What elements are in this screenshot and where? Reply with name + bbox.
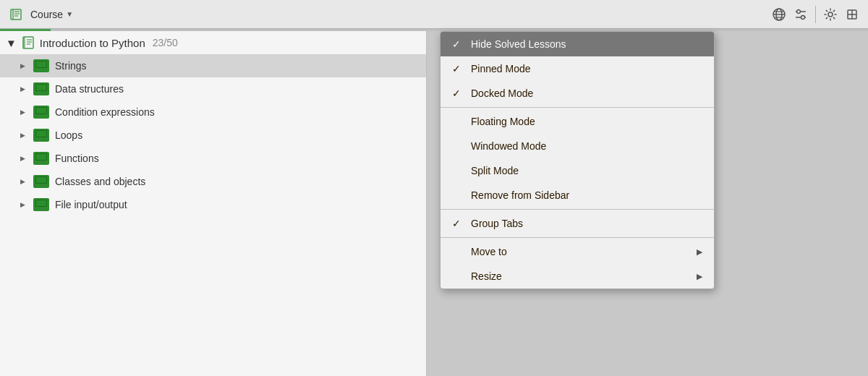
lesson-icon — [33, 82, 49, 95]
lesson-list: ▶ Strings▶ Data structures▶ Condition ex… — [0, 54, 426, 216]
svg-line-30 — [37, 92, 39, 94]
menu-item-split-mode[interactable]: ✓Split Mode — [441, 158, 714, 183]
main-area: ▼ Introduction to Python 23/50 ▶ Strings… — [0, 31, 868, 376]
lesson-icon — [33, 59, 49, 72]
expand-chevron: ▼ — [6, 37, 17, 49]
lesson-icon — [33, 129, 49, 142]
menu-item-label: Docked Mode — [471, 87, 533, 99]
lesson-expand-chevron: ▶ — [20, 85, 27, 93]
lesson-label: Data structures — [55, 83, 124, 95]
svg-rect-24 — [36, 61, 46, 67]
lesson-list-item[interactable]: ▶ File input/output — [0, 193, 426, 216]
lesson-list-item[interactable]: ▶ Data structures — [0, 77, 426, 101]
menu-item-group-tabs[interactable]: ✓Group Tabs — [441, 211, 714, 236]
lesson-list-item[interactable]: ▶ Loops — [0, 124, 426, 147]
menu-separator — [441, 209, 714, 210]
menu-item-label: Group Tabs — [471, 218, 523, 229]
toolbar-title[interactable]: Course ▼ — [30, 9, 73, 20]
svg-point-12 — [797, 9, 801, 13]
menu-item-label: Resize — [471, 270, 502, 282]
svg-rect-54 — [36, 200, 46, 206]
svg-rect-19 — [23, 37, 25, 48]
course-book-icon — [21, 35, 35, 50]
menu-item-resize[interactable]: ✓Resize▶ — [441, 264, 714, 289]
course-progress: 23/50 — [153, 37, 178, 48]
menu-item-label: Windowed Mode — [471, 140, 546, 152]
svg-line-40 — [37, 138, 39, 140]
submenu-arrow-icon: ▶ — [697, 272, 702, 281]
lesson-label: Strings — [55, 60, 87, 72]
lesson-expand-chevron: ▶ — [20, 62, 27, 69]
lesson-icon — [33, 198, 49, 211]
svg-line-46 — [43, 161, 46, 163]
menu-item-label: Move to — [471, 246, 507, 257]
lesson-icon — [33, 175, 49, 188]
separator — [815, 6, 816, 23]
svg-rect-39 — [36, 131, 46, 137]
gear-icon[interactable] — [820, 4, 841, 25]
dropdown-chevron: ▼ — [66, 10, 73, 18]
lesson-list-item[interactable]: ▶ Functions — [0, 147, 426, 170]
lesson-label: File input/output — [55, 199, 127, 210]
menu-checkmark: ✓ — [452, 63, 465, 74]
svg-line-55 — [37, 208, 39, 210]
course-title: Introduction to Python — [40, 37, 145, 49]
lesson-icon — [33, 106, 49, 119]
svg-line-41 — [43, 138, 46, 140]
lesson-expand-chevron: ▶ — [20, 201, 27, 208]
svg-line-31 — [43, 92, 46, 94]
lesson-list-item[interactable]: ▶ Classes and objects — [0, 170, 426, 193]
svg-rect-1 — [12, 9, 14, 20]
menu-item-hide-solved[interactable]: ✓Hide Solved Lessons — [441, 32, 714, 56]
lesson-list-item[interactable]: ▶ Condition expressions — [0, 101, 426, 124]
lesson-expand-chevron: ▶ — [20, 178, 27, 185]
svg-line-56 — [43, 208, 46, 210]
svg-rect-29 — [36, 85, 46, 90]
lesson-list-item[interactable]: ▶ Strings — [0, 54, 426, 77]
lesson-label: Functions — [55, 153, 99, 164]
pin-icon[interactable] — [842, 4, 862, 25]
menu-separator — [441, 237, 714, 238]
svg-line-35 — [37, 115, 39, 117]
menu-item-label: Remove from Sidebar — [471, 189, 569, 201]
menu-checkmark: ✓ — [452, 218, 465, 229]
book-icon — [6, 4, 26, 25]
sidebar: ▼ Introduction to Python 23/50 ▶ Strings… — [0, 31, 427, 376]
menu-item-pinned-mode[interactable]: ✓Pinned Mode — [441, 56, 714, 81]
svg-line-26 — [43, 69, 46, 71]
dropdown-menu: ✓Hide Solved Lessons✓Pinned Mode✓Docked … — [440, 31, 715, 289]
svg-point-14 — [828, 12, 833, 17]
svg-rect-44 — [36, 154, 46, 160]
lesson-expand-chevron: ▶ — [20, 108, 27, 116]
sliders-icon[interactable] — [791, 4, 811, 25]
menu-item-remove-sidebar[interactable]: ✓Remove from Sidebar — [441, 183, 714, 208]
toolbar-right-actions — [769, 4, 862, 25]
lesson-expand-chevron: ▶ — [20, 155, 27, 162]
svg-line-45 — [37, 161, 39, 163]
menu-item-floating-mode[interactable]: ✓Floating Mode — [441, 109, 714, 134]
menu-separator — [441, 107, 714, 108]
menu-item-label: Split Mode — [471, 165, 519, 176]
menu-item-move-to[interactable]: ✓Move to▶ — [441, 239, 714, 264]
menu-checkmark: ✓ — [452, 87, 465, 99]
menu-item-label: Floating Mode — [471, 116, 535, 127]
svg-line-36 — [43, 115, 46, 117]
lesson-label: Loops — [55, 129, 82, 141]
svg-line-51 — [43, 184, 46, 187]
lesson-label: Classes and objects — [55, 176, 145, 187]
svg-rect-34 — [36, 108, 46, 114]
lesson-icon — [33, 152, 49, 165]
menu-item-label: Pinned Mode — [471, 63, 531, 74]
submenu-arrow-icon: ▶ — [697, 247, 702, 257]
toolbar: Course ▼ — [0, 0, 868, 29]
svg-point-13 — [801, 15, 805, 19]
course-intro-item[interactable]: ▼ Introduction to Python 23/50 — [0, 31, 426, 54]
menu-item-windowed-mode[interactable]: ✓Windowed Mode — [441, 134, 714, 158]
course-label: Course — [30, 9, 63, 20]
globe-icon[interactable] — [769, 4, 789, 25]
svg-line-25 — [37, 69, 39, 71]
menu-item-label: Hide Solved Lessons — [471, 38, 566, 50]
svg-line-50 — [37, 184, 39, 187]
menu-item-docked-mode[interactable]: ✓Docked Mode — [441, 81, 714, 106]
lesson-label: Condition expressions — [55, 106, 155, 118]
